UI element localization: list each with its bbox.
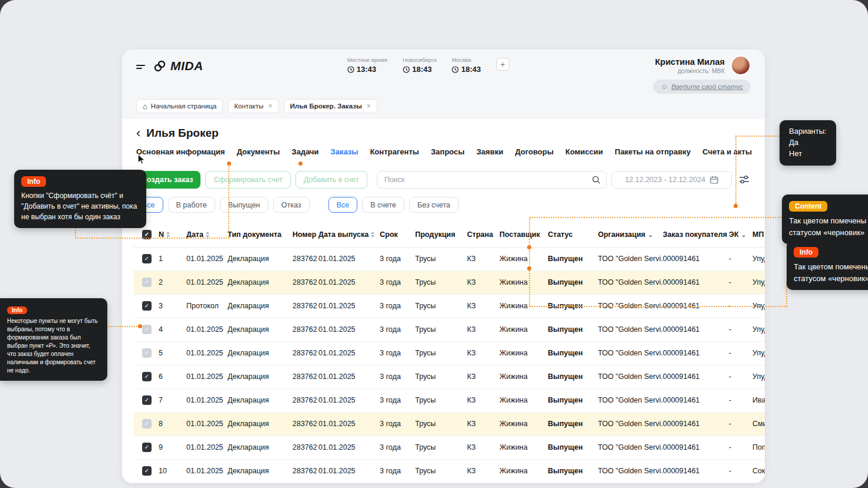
filter-chip[interactable]: Все xyxy=(328,197,358,213)
invoice-filter-group: ВсеВ счетеБез счета xyxy=(328,197,459,213)
cell-status: Выпущен xyxy=(548,483,598,483)
tab-item[interactable]: Заказы xyxy=(331,147,359,159)
table-row[interactable]: ✓101.01.2025Декларация28376201.01.20253 … xyxy=(134,247,765,271)
cell-n: 5 xyxy=(159,341,186,365)
cell-org: ТОО "Golden Servi... xyxy=(598,318,663,341)
tab-item[interactable]: Основная информация xyxy=(136,147,225,159)
cell-buyer_order: 000091461 xyxy=(663,436,729,459)
mida-logo[interactable]: MIDA xyxy=(153,59,203,73)
orders-table: ✓NДатаТип документаНомерДата выпускаСрок… xyxy=(134,222,765,483)
tab-item[interactable]: Счета и акты xyxy=(702,147,752,159)
cell-supplier: Жижина xyxy=(499,388,548,412)
add-to-invoice-button[interactable]: Добавить в счет xyxy=(295,171,367,189)
smiley-icon: ☺ xyxy=(661,83,668,90)
cell-supplier: Жижина xyxy=(499,412,548,436)
cell-n: 9 xyxy=(159,436,186,459)
form-invoice-button[interactable]: Сформировать счет xyxy=(205,171,290,189)
column-header[interactable]: Организация⌄ xyxy=(598,222,663,247)
breadcrumb-tab[interactable]: Контакты× xyxy=(228,99,279,113)
table-row[interactable]: ✓701.01.2025Декларация28376201.01.20253 … xyxy=(134,388,765,412)
table-row[interactable]: ✓1101.01.2025Декларация28376201.01.20253… xyxy=(134,483,765,483)
search-icon[interactable] xyxy=(591,175,601,187)
cell-issue_date: 01.01.2025 xyxy=(318,412,380,436)
cell-product: Трусы xyxy=(415,294,467,318)
clock-icon xyxy=(452,66,459,73)
breadcrumb-tab[interactable]: ⌂Начальная страница xyxy=(136,99,223,113)
tab-item[interactable]: Пакеты на отправку xyxy=(615,147,691,159)
table-row[interactable]: ✓901.01.2025Декларация28376201.01.20253 … xyxy=(134,436,765,459)
status-input[interactable]: ☺ Введите свой статус xyxy=(653,80,751,94)
tab-item[interactable]: Документы xyxy=(236,147,280,159)
callout-text: Некоторые пункты не могут быть выбраны, … xyxy=(7,317,100,375)
connector-line xyxy=(228,166,229,238)
row-checkbox[interactable]: ✓ xyxy=(142,301,152,311)
filter-chip[interactable]: Выпущен xyxy=(220,197,268,213)
callout-text: Кнопки "Сформировать счёт" и "Добавить в… xyxy=(21,190,139,222)
breadcrumb-tab[interactable]: Илья Брокер. Заказы× xyxy=(284,99,377,113)
tab-item[interactable]: Задачи xyxy=(292,147,319,159)
chevron-down-icon[interactable]: ⌄ xyxy=(647,231,653,238)
sort-icon[interactable] xyxy=(206,232,209,238)
cell-ek: - xyxy=(729,365,752,388)
tab-item[interactable]: Комиссии xyxy=(565,147,603,159)
cell-supplier: Жижина xyxy=(499,365,548,388)
cell-n: 4 xyxy=(159,318,186,341)
filter-settings-icon[interactable] xyxy=(737,172,752,187)
cell-date: 01.01.2025 xyxy=(186,365,228,388)
avatar[interactable] xyxy=(731,55,751,75)
cell-issue_date: 01.01.2025 xyxy=(318,294,380,318)
table-row[interactable]: ✓401.01.2025Декларация28376201.01.20253 … xyxy=(134,318,765,341)
tab-item[interactable]: Договоры xyxy=(515,147,553,159)
back-button[interactable]: ‹ xyxy=(136,127,140,139)
tab-item[interactable]: Контрагенты xyxy=(370,147,419,159)
row-checkbox[interactable]: ✓ xyxy=(142,395,152,405)
info-badge: Info xyxy=(794,247,818,258)
table-row[interactable]: ✓801.01.2025Декларация28376201.01.20253 … xyxy=(134,412,765,436)
sort-icon[interactable] xyxy=(371,232,374,238)
page-background: MIDA Местное время 13:43 Новосибирск xyxy=(0,0,868,488)
cell-org: ТОО "Golden Servi... xyxy=(598,247,663,271)
connector-line xyxy=(735,136,737,204)
filter-chip[interactable]: Отказ xyxy=(273,197,310,213)
column-header[interactable]: Дата xyxy=(186,222,228,247)
menu-icon[interactable] xyxy=(136,63,145,69)
table-row[interactable]: ✓201.01.2025Декларация28376201.01.20253 … xyxy=(134,271,765,294)
column-header[interactable]: N xyxy=(159,222,186,247)
cell-doc_type: Декларация xyxy=(228,388,292,412)
search-input[interactable] xyxy=(377,171,607,189)
chevron-down-icon[interactable]: ⌄ xyxy=(741,231,747,238)
sort-icon[interactable] xyxy=(166,232,170,238)
row-checkbox[interactable]: ✓ xyxy=(142,466,152,476)
row-checkbox[interactable]: ✓ xyxy=(142,372,152,381)
tab-item[interactable]: Запросы xyxy=(431,147,465,159)
breadcrumb-label: Контакты xyxy=(234,103,264,110)
row-checkbox[interactable]: ✓ xyxy=(142,443,152,452)
cell-doc_type: Декларация xyxy=(228,294,292,318)
cell-status: Выпущен xyxy=(548,388,598,412)
cell-mp: Упуд xyxy=(752,318,765,341)
table-row[interactable]: ✓501.01.2025Декларация28376201.01.20253 … xyxy=(134,341,765,365)
add-timezone-button[interactable]: + xyxy=(497,58,509,71)
cell-n: 11 xyxy=(159,483,186,483)
filter-chip[interactable]: В работе xyxy=(168,197,215,213)
table-row[interactable]: ✓601.01.2025Декларация28376201.01.20253 … xyxy=(134,365,765,388)
close-icon[interactable]: × xyxy=(367,102,371,110)
column-header: Заказ покупателя xyxy=(663,222,729,247)
timezone-novosibirsk: Новосибирск 18:43 xyxy=(403,57,436,74)
filter-chip[interactable]: В счете xyxy=(362,197,405,213)
column-header[interactable]: ЭК⌄ xyxy=(729,222,752,247)
cell-supplier: Жижина xyxy=(499,318,548,341)
close-icon[interactable]: × xyxy=(268,102,272,110)
column-header[interactable]: Дата выпуска xyxy=(318,222,380,247)
tab-item[interactable]: Заявки xyxy=(476,147,503,159)
date-range-picker[interactable]: 12.12.2023 - 12.12.2024 xyxy=(611,171,732,189)
cell-number: 283762 xyxy=(292,294,318,318)
cell-n: 10 xyxy=(159,459,186,483)
cell-doc_type: Декларация xyxy=(228,247,292,271)
cell-issue_date: 01.01.2025 xyxy=(318,365,380,388)
table-row[interactable]: ✓1001.01.2025Декларация28376201.01.20253… xyxy=(134,459,765,483)
row-checkbox[interactable]: ✓ xyxy=(142,254,152,263)
cell-org: ТОО "Golden Servi... xyxy=(598,436,663,459)
filter-chip[interactable]: Без счета xyxy=(409,197,459,213)
cell-term: 3 года xyxy=(380,365,415,388)
